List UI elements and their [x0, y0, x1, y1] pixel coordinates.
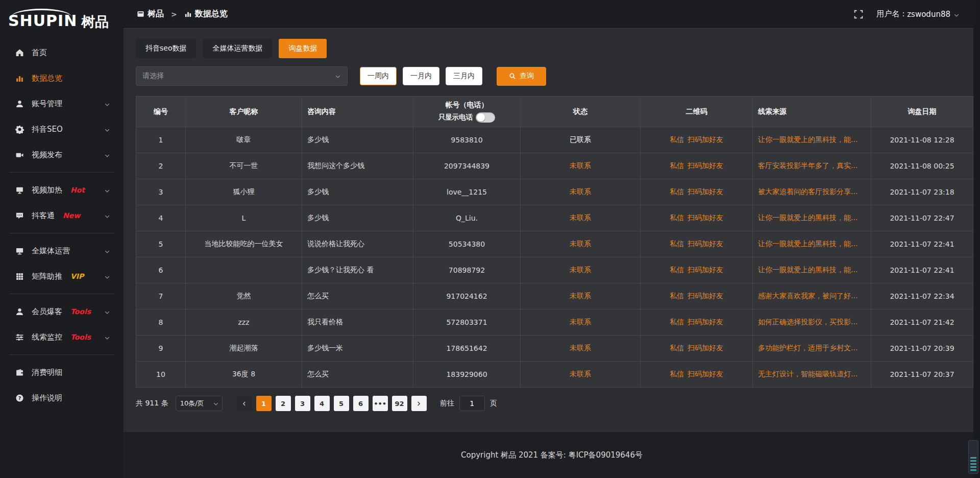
sidebar-item-video-heat[interactable]: 视频加热Hot — [0, 177, 124, 203]
qr-action-link[interactable]: 扫码加好友 — [688, 318, 723, 326]
cell-source-link[interactable]: 让你一眼就爱上的黑科技，能... — [753, 205, 871, 231]
sidebar-item-label: 全媒体运营 — [32, 246, 70, 256]
cell-source-link[interactable]: 客厅安装投影半年多了，真实... — [753, 153, 871, 179]
tab-douyin-seo-data[interactable]: 抖音seo数据 — [136, 39, 196, 58]
next-page-button[interactable] — [411, 396, 427, 411]
qr-action-link[interactable]: 扫码加好友 — [688, 344, 723, 352]
cell-source-link[interactable]: 让你一眼就爱上的黑科技，能... — [753, 231, 871, 257]
cell-source-link[interactable]: 被大家追着问的客厅投影分享... — [753, 179, 871, 205]
qr-action-link[interactable]: 私信 — [670, 135, 684, 144]
sidebar-item-clue-monitor[interactable]: 线索监控Tools — [0, 324, 124, 350]
cell-date: 2021-11-07 21:42 — [871, 309, 973, 336]
cell-content: 多少钱一米 — [302, 336, 413, 362]
search-button[interactable]: 查询 — [497, 67, 546, 86]
range-button-month[interactable]: 一月内 — [403, 67, 439, 85]
floating-service-widget[interactable] — [968, 440, 978, 474]
fullscreen-icon[interactable] — [854, 10, 863, 19]
sidebar-item-video-publish[interactable]: 视频发布 — [0, 142, 124, 168]
qr-action-link[interactable]: 私信 — [670, 240, 684, 248]
qr-action-link[interactable]: 扫码加好友 — [688, 370, 723, 378]
cell-qrcode: 私信扫码加好友 — [641, 362, 753, 388]
page-button-92[interactable]: 92 — [392, 396, 407, 411]
logo-cjk-text: 树品 — [81, 15, 109, 29]
breadcrumb-separator: > — [171, 10, 177, 18]
qr-action-link[interactable]: 扫码加好友 — [688, 213, 723, 222]
cell-source-link[interactable]: 让你一眼就爱上的黑科技，能... — [753, 127, 871, 153]
screen-icon — [15, 186, 24, 195]
inquiry-table: 编号客户昵称咨询内容帐号（电话）只显示电话状态二维码线索来源询盘日期 1啵章多少… — [136, 96, 973, 388]
sidebar-item-home[interactable]: 首页 — [0, 40, 124, 65]
sidebar-item-instructions[interactable]: ?操作说明 — [0, 385, 124, 411]
breadcrumb-item-current[interactable]: 数据总览 — [184, 9, 228, 19]
cell-source-link[interactable]: 无主灯设计，智能磁吸轨道灯... — [753, 362, 871, 388]
qr-action-link[interactable]: 私信 — [670, 266, 684, 274]
sidebar-item-data-overview[interactable]: 数据总览 — [0, 65, 124, 91]
qr-action-link[interactable]: 私信 — [670, 292, 684, 300]
sidebar-item-member-burst[interactable]: 会员爆客Tools — [0, 299, 124, 324]
range-button-quarter[interactable]: 三月内 — [446, 67, 482, 85]
cell-status: 已联系 — [521, 127, 641, 153]
table-row: 5当地比较能吃的一位美女说说价格让我死心50534380未联系私信扫码加好友让你… — [136, 231, 973, 257]
prev-page-button[interactable] — [237, 396, 252, 411]
cell-date: 2021-11-07 22:41 — [871, 231, 973, 257]
page-button-2[interactable]: 2 — [276, 396, 291, 411]
page-button-3[interactable]: 3 — [295, 396, 310, 411]
qr-action-link[interactable]: 私信 — [670, 344, 684, 352]
column-header-status: 状态 — [521, 97, 641, 127]
sidebar-item-consumption-detail[interactable]: 消费明细 — [0, 360, 124, 385]
cell-no: 4 — [136, 205, 186, 231]
cell-source-link[interactable]: 让你一眼就爱上的黑科技，能... — [753, 257, 871, 283]
cell-account: 70898792 — [413, 257, 521, 283]
sidebar-item-douyin-seo[interactable]: 抖音SEO — [0, 116, 124, 142]
qr-action-link[interactable]: 扫码加好友 — [688, 135, 723, 144]
chevron-down-icon — [104, 212, 110, 219]
page-button-6[interactable]: 6 — [353, 396, 369, 411]
page-button-5[interactable]: 5 — [334, 396, 349, 411]
qr-action-link[interactable]: 私信 — [670, 161, 684, 170]
cell-source-link[interactable]: 感谢大家喜欢我家，被问了好... — [753, 283, 871, 309]
column-header-date: 询盘日期 — [871, 97, 973, 127]
tab-inquiry-data[interactable]: 询盘数据 — [279, 39, 327, 58]
cell-nickname: 当地比较能吃的一位美女 — [186, 231, 302, 257]
page-button-4[interactable]: 4 — [314, 396, 330, 411]
home-icon — [15, 49, 24, 57]
cell-account: love__1215 — [413, 179, 521, 205]
page-ellipsis-button[interactable]: ••• — [373, 396, 388, 411]
sidebar-divider — [9, 172, 114, 173]
sidebar-item-account-management[interactable]: 账号管理 — [0, 91, 124, 116]
qr-action-link[interactable]: 扫码加好友 — [688, 187, 723, 196]
breadcrumb-item-home[interactable]: 树品 — [137, 9, 164, 19]
user-menu[interactable]: 用户名： zswodun88 — [876, 9, 960, 19]
sidebar-item-matrix-boost[interactable]: 矩阵助推VIP — [0, 264, 124, 289]
qr-action-link[interactable]: 私信 — [670, 318, 684, 326]
sidebar-item-label: 会员爆客 — [32, 307, 62, 317]
chevron-down-icon — [213, 401, 218, 406]
qr-action-link[interactable]: 私信 — [670, 370, 684, 378]
page-button-1[interactable]: 1 — [256, 396, 272, 411]
sidebar-item-douketong[interactable]: 抖客通New — [0, 203, 124, 228]
qr-action-link[interactable]: 扫码加好友 — [688, 161, 723, 170]
goto-page-input[interactable] — [459, 396, 485, 411]
sidebar-item-badge: Tools — [70, 333, 91, 341]
cell-date: 2021-11-07 22:34 — [871, 283, 973, 309]
qr-action-link[interactable]: 私信 — [670, 213, 684, 222]
cell-qrcode: 私信扫码加好友 — [641, 153, 753, 179]
range-button-week[interactable]: 一周内 — [360, 67, 397, 85]
qr-action-link[interactable]: 私信 — [670, 187, 684, 196]
qr-action-link[interactable]: 扫码加好友 — [688, 266, 723, 274]
filter-select[interactable]: 请选择 — [136, 66, 348, 86]
cell-status: 未联系 — [521, 179, 641, 205]
tab-media-operation-data[interactable]: 全媒体运营数据 — [203, 39, 272, 58]
cell-source-link[interactable]: 如何正确选择投影仪，买投影... — [753, 309, 871, 336]
sidebar-item-media-operation[interactable]: 全媒体运营 — [0, 238, 124, 264]
qr-action-link[interactable]: 扫码加好友 — [688, 240, 723, 248]
cell-no: 6 — [136, 257, 186, 283]
scrollbar-track[interactable] — [973, 0, 980, 478]
sidebar-item-label: 线索监控 — [32, 332, 62, 342]
phone-only-toggle[interactable] — [476, 112, 495, 123]
page-size-select[interactable]: 10条/页 — [176, 396, 223, 411]
qr-action-link[interactable]: 扫码加好友 — [688, 292, 723, 300]
search-icon — [509, 73, 516, 80]
cell-source-link[interactable]: 多功能护栏灯，适用于乡村文... — [753, 336, 871, 362]
pagination: 共 911 条 10条/页 123456•••92 前往 页 — [136, 396, 980, 411]
